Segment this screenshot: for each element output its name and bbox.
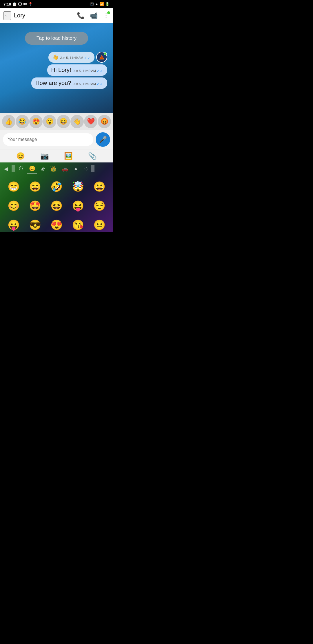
list-item[interactable]: 😐: [89, 216, 110, 232]
table-row: Hi Lory! Jun 5, 11:49 AM ✓✓: [3, 64, 107, 76]
message-text: 👋: [52, 54, 59, 60]
tab-symbols[interactable]: ▲: [72, 164, 80, 173]
online-badge: [104, 52, 107, 55]
message-time: Jun 5, 11:49 AM: [60, 56, 83, 59]
screen-icon: 🖵: [18, 2, 22, 6]
list-item[interactable]: 😘: [68, 216, 88, 232]
attachment-toolbar-icon[interactable]: 📎: [88, 152, 97, 160]
quick-emoji-laugh[interactable]: 😂: [16, 115, 29, 128]
chat-area: Tap to load history 👋 Jun 5, 11:49 AM ✓✓: [0, 23, 113, 113]
status-bar: 7:18 📋 🖵 HD 📍 📳 ▲ 📶 🔋: [0, 0, 113, 8]
tab-divider: [12, 165, 15, 172]
signal-icon: 📶: [100, 2, 104, 6]
quick-emoji-angry[interactable]: 😡: [98, 115, 111, 128]
contact-name: Lory: [14, 12, 74, 19]
messages-container: 👋 Jun 5, 11:49 AM ✓✓ Hi Lory!: [3, 52, 110, 89]
message-input[interactable]: [3, 133, 93, 146]
list-item[interactable]: 😎: [25, 216, 45, 232]
more-options-wrapper: ⋮: [103, 12, 110, 19]
emoji-toolbar-icon[interactable]: 😊: [16, 152, 25, 160]
message-meta: Jun 5, 11:49 AM ✓✓: [60, 56, 91, 60]
location-icon: 📍: [28, 2, 33, 6]
emoji-keyboard-tabs: ◀ ⏱ 😊 ❀ 👑 🚗 ▲ :-): [0, 162, 113, 175]
avatar: [96, 52, 107, 63]
message-time: Jun 5, 11:49 AM: [73, 69, 96, 73]
list-item[interactable]: 😊: [3, 197, 24, 215]
tab-crown[interactable]: 👑: [48, 164, 58, 173]
tab-divider-2: [91, 165, 94, 172]
hd-icon: HD: [23, 3, 27, 6]
message-text: How are you?: [35, 80, 71, 86]
clipboard-icon: 📋: [12, 2, 17, 6]
vibrate-icon: 📳: [90, 2, 94, 6]
message-bubble: Hi Lory! Jun 5, 11:49 AM ✓✓: [47, 64, 107, 76]
battery-icon: 🔋: [105, 2, 110, 6]
online-indicator: [107, 11, 110, 14]
list-item[interactable]: 😝: [68, 197, 88, 215]
message-bubble: How are you? Jun 5, 11:49 AM ✓✓: [31, 77, 107, 89]
status-left: 7:18 📋 🖵 HD 📍: [3, 2, 33, 6]
list-item[interactable]: 🤩: [25, 197, 45, 215]
toolbar-row: 😊 📷 🖼️ 📎: [0, 149, 113, 162]
status-right: 📳 ▲ 📶 🔋: [90, 2, 110, 6]
list-item[interactable]: 😌: [89, 197, 110, 215]
quick-emoji-heart-eyes[interactable]: 😍: [29, 115, 43, 128]
tab-recent[interactable]: ⏱: [17, 164, 26, 173]
quick-emoji-thumbsup[interactable]: 👍: [2, 115, 15, 128]
tab-emoticons[interactable]: :-): [82, 165, 89, 172]
avatar-icon: [99, 54, 105, 60]
read-receipt-icon: ✓✓: [97, 82, 103, 86]
list-item[interactable]: 😄: [25, 178, 45, 196]
mic-icon: 🎤: [99, 136, 107, 143]
svg-point-2: [101, 56, 103, 58]
back-button[interactable]: ←: [3, 11, 11, 20]
message-meta: Jun 5, 11:49 AM ✓✓: [73, 69, 103, 73]
load-history-button[interactable]: Tap to load history: [25, 32, 88, 45]
keyboard-back-button[interactable]: ◀: [2, 164, 10, 173]
header-actions: 📞 📹 ⋮: [77, 12, 110, 19]
message-time: Jun 5, 11:49 AM: [73, 82, 96, 86]
table-row: How are you? Jun 5, 11:49 AM ✓✓: [3, 77, 107, 89]
read-receipt-icon: ✓✓: [84, 56, 90, 60]
emoji-grid: 😁 😄 🤣 🤯 😀 😊 🤩 😆 😝 😌 😛 😎 😍 😘 😐 🥰 😗 😊 🙂 🤗 …: [0, 175, 113, 232]
status-time: 7:18: [3, 2, 11, 6]
image-toolbar-icon[interactable]: 🖼️: [64, 152, 73, 160]
tab-smiley[interactable]: 😊: [27, 164, 37, 173]
tab-transport[interactable]: 🚗: [60, 164, 70, 173]
mic-button[interactable]: 🎤: [96, 132, 110, 147]
quick-emoji-grin[interactable]: 😆: [57, 115, 70, 128]
list-item[interactable]: 😍: [46, 216, 67, 232]
message-text: Hi Lory!: [51, 67, 71, 73]
quick-emoji-wave[interactable]: 👋: [70, 115, 84, 128]
list-item[interactable]: 🤣: [46, 178, 67, 196]
phone-call-icon[interactable]: 📞: [77, 12, 85, 19]
list-item[interactable]: 😀: [89, 178, 110, 196]
list-item[interactable]: 🤯: [68, 178, 88, 196]
list-item[interactable]: 😁: [3, 178, 24, 196]
read-receipt-icon: ✓✓: [97, 69, 103, 73]
video-call-icon[interactable]: 📹: [90, 12, 98, 19]
quick-emoji-heart[interactable]: ❤️: [84, 115, 97, 128]
input-area: 🎤: [0, 130, 113, 149]
message-bubble: 👋 Jun 5, 11:49 AM ✓✓: [48, 52, 95, 63]
quick-emoji-wow[interactable]: 😮: [43, 115, 56, 128]
emoji-keyboard: ◀ ⏱ 😊 ❀ 👑 🚗 ▲ :-) 😁 😄 🤣 🤯 😀 😊 🤩 😆 😝 😌 😛 …: [0, 162, 113, 232]
table-row: 👋 Jun 5, 11:49 AM ✓✓: [3, 52, 107, 63]
message-meta: Jun 5, 11:49 AM ✓✓: [73, 82, 103, 86]
tab-nature[interactable]: ❀: [39, 164, 47, 173]
list-item[interactable]: 😛: [3, 216, 24, 232]
chat-header: ← Lory 📞 📹 ⋮: [0, 8, 113, 23]
list-item[interactable]: 😆: [46, 197, 67, 215]
wifi-icon: ▲: [95, 2, 99, 6]
emoji-quick-row: 👍 😂 😍 😮 😆 👋 ❤️ 😡: [0, 113, 113, 130]
camera-toolbar-icon[interactable]: 📷: [40, 152, 49, 160]
